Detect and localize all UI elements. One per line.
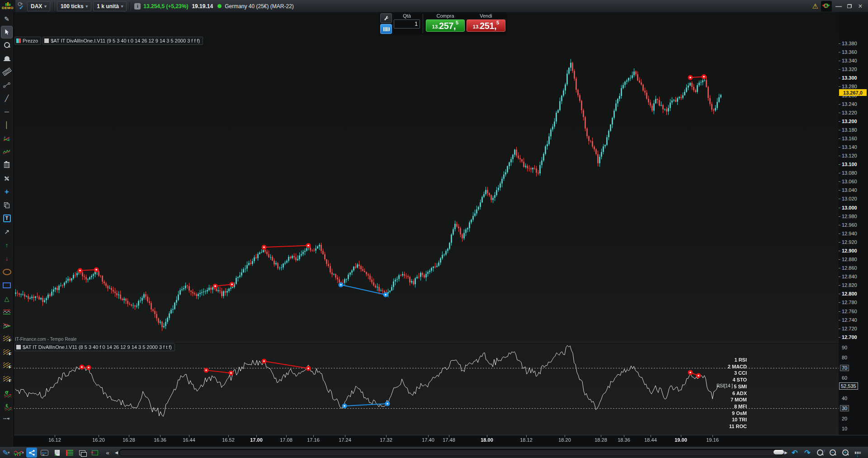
multi-trendline-icon: [3, 135, 11, 142]
price-axis-label: 13.000: [842, 205, 857, 210]
windows-button[interactable]: [77, 448, 88, 458]
price-axis-label: 13.060: [842, 179, 857, 184]
separator: [53, 2, 54, 10]
timeframe-dropdown[interactable]: 100 ticks ▾: [57, 1, 91, 11]
arrow-annotation-icon[interactable]: ↗: [1, 225, 13, 239]
price-axis-label: 12.780: [842, 300, 857, 305]
orderbook-button[interactable]: [64, 448, 75, 458]
scrollbar-left-arrow[interactable]: ◀: [115, 450, 118, 455]
redo-button[interactable]: ↷: [802, 448, 813, 458]
rsi-axis-label: 80: [842, 355, 847, 360]
order-entry-panel: Qtà Compra 13. 257, 5 Vendi 13. 251, 5: [379, 12, 507, 35]
price-legend[interactable]: Prezzo: [14, 37, 41, 45]
price-axis-tick: [839, 69, 840, 70]
indicator-menu-item[interactable]: 3 CCI: [705, 370, 747, 376]
zoom-out-button[interactable]: −: [827, 448, 838, 458]
order-keyboard-button[interactable]: [380, 24, 392, 34]
fibonacci-time-icon[interactable]: [1, 372, 13, 386]
detach-chart-button[interactable]: [90, 448, 100, 458]
channel-pattern-icon[interactable]: [1, 305, 13, 319]
reduce-height-button[interactable]: [853, 448, 863, 458]
alert-bell-icon[interactable]: [1, 52, 13, 65]
warning-icon[interactable]: ⚠: [812, 2, 818, 10]
units-dropdown[interactable]: 1 k unità ▾: [93, 1, 127, 11]
refresh-data-button[interactable]: ⟲ ⟳: [821, 1, 832, 12]
indicator-menu-item[interactable]: 9 OsM: [705, 410, 747, 416]
zoom-scale-button[interactable]: [815, 448, 826, 458]
cursor-pointer-icon[interactable]: [1, 26, 13, 38]
zoom-in-button[interactable]: +: [840, 448, 851, 458]
horizontal-line-icon[interactable]: ─: [1, 105, 13, 119]
price-axis-label: 13.220: [842, 110, 857, 115]
overlay-indicator-legend[interactable]: $AT IT DivAllInOne.I.V11 (9 5 3 40 t 0 1…: [42, 37, 203, 45]
arrow-down-icon[interactable]: ↓: [1, 252, 13, 266]
restore-button[interactable]: [847, 4, 852, 8]
price-axis-tick: [839, 225, 840, 225]
indicator-menu-item[interactable]: 1 RSI: [705, 357, 747, 363]
order-settings-button[interactable]: [380, 13, 392, 23]
stddev-channel-icon[interactable]: σ: [1, 386, 13, 399]
time-axis-label: 18.20: [556, 437, 574, 443]
chat-button[interactable]: •••: [39, 448, 50, 458]
triangle-shape-icon[interactable]: △: [1, 292, 13, 305]
zoom-tool-icon[interactable]: [1, 38, 13, 52]
indicator-menu-item[interactable]: 4 STO: [705, 377, 747, 382]
instrument-info-icon[interactable]: i: [134, 3, 141, 10]
share-button[interactable]: [26, 448, 37, 458]
move-objects-icon[interactable]: +: [1, 185, 13, 199]
fibonacci-fan-icon[interactable]: [1, 359, 13, 372]
price-axis-tick: [839, 259, 840, 260]
text-note-icon[interactable]: T: [1, 212, 13, 225]
arrow-up-icon[interactable]: ↑: [1, 239, 13, 252]
chevron-down-icon: ▾: [8, 450, 10, 455]
rectangle-shape-icon[interactable]: [1, 279, 13, 292]
indicators-button[interactable]: ▾: [14, 448, 24, 458]
demo-account-logo: DEMO: [0, 0, 15, 12]
drawing-tools-button[interactable]: ✎▾: [1, 448, 12, 458]
fibonacci-retracement-icon[interactable]: [1, 332, 13, 346]
close-button[interactable]: ×: [856, 3, 864, 10]
indicator-menu-item[interactable]: 2 MACD: [705, 364, 747, 369]
minimize-button[interactable]: —: [835, 3, 843, 10]
indicator-menu-item[interactable]: 5 SMI: [705, 384, 747, 389]
more-tools-icon[interactable]: •••▾: [1, 412, 13, 426]
draw-pencil-icon[interactable]: ✎: [1, 12, 13, 26]
scrollbar-right-arrow[interactable]: ▶: [784, 450, 788, 455]
ruler-icon[interactable]: [1, 65, 13, 79]
pattern-detect-icon[interactable]: [1, 145, 13, 159]
win-icon: [79, 450, 85, 455]
price-axis-tick: [839, 138, 840, 139]
price-chart-canvas[interactable]: [14, 12, 839, 343]
price-axis-label: 12.980: [842, 214, 857, 219]
ellipse-shape-icon[interactable]: [1, 265, 13, 279]
fibonacci-levels-icon[interactable]: [1, 345, 13, 359]
chart-scrollbar-track[interactable]: [119, 449, 783, 456]
indicator-menu-item[interactable]: 8 MFI: [705, 404, 747, 409]
undo-button[interactable]: ↶: [789, 448, 800, 458]
sell-button[interactable]: 13. 251, 5: [467, 19, 505, 32]
text-note-icon: T: [3, 215, 11, 222]
chart-scrollbar-thumb[interactable]: [774, 450, 784, 454]
collapse-toolbar-button[interactable]: «: [102, 448, 113, 458]
triangle-shape-icon: △: [5, 296, 9, 302]
quantity-label: Qtà: [403, 13, 411, 19]
multi-trendline-icon[interactable]: [1, 132, 13, 145]
rsi-panel-legend[interactable]: $AT IT DivAllInOne.I.V11 (8 5 3 40 f 0 1…: [14, 343, 175, 351]
indicator-menu-item[interactable]: 7 MOM: [705, 397, 747, 402]
indicator-menu-item[interactable]: 11 ROC: [705, 424, 747, 429]
wedge-pattern-icon[interactable]: [1, 319, 13, 332]
delete-objects-icon[interactable]: [1, 158, 13, 172]
instrument-dropdown-value: DAX: [31, 3, 42, 10]
trendline-icon[interactable]: ╱: [1, 92, 13, 105]
measure-segment-icon[interactable]: [1, 78, 13, 92]
news-button[interactable]: [52, 448, 62, 458]
vertical-line-icon[interactable]: │: [1, 119, 13, 132]
regression-channel-icon[interactable]: ε: [1, 399, 13, 412]
buy-button[interactable]: 13. 257, 5: [426, 19, 465, 32]
quantity-input[interactable]: [394, 19, 420, 29]
duplicate-objects-icon[interactable]: [1, 199, 13, 212]
instrument-dropdown[interactable]: DAX ▾: [27, 1, 50, 11]
indicator-menu-item[interactable]: 10 TRI: [705, 417, 747, 422]
indicator-menu-item[interactable]: 6 ADX: [705, 391, 747, 396]
object-tools-icon[interactable]: [1, 172, 13, 186]
